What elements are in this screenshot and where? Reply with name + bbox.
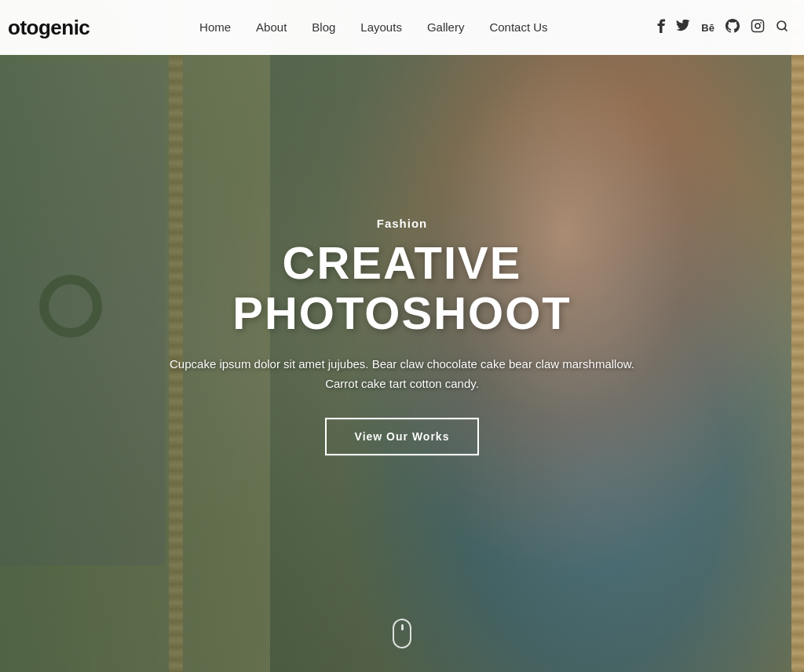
site-logo[interactable]: otogenic <box>8 16 90 40</box>
hero-title: CREATIVE PHOTOSHOOT <box>166 238 638 338</box>
navbar: otogenic Home About Blog Layouts Gallery… <box>0 0 804 55</box>
wreath-decoration <box>39 275 102 338</box>
twitter-icon[interactable] <box>676 20 690 35</box>
nav-item-home[interactable]: Home <box>199 20 231 35</box>
nav-link-home[interactable]: Home <box>199 20 231 34</box>
scroll-indicator <box>393 619 411 648</box>
search-icon[interactable] <box>776 20 788 35</box>
svg-rect-0 <box>751 20 763 32</box>
instagram-icon[interactable] <box>751 19 765 36</box>
nav-link-about[interactable]: About <box>256 20 287 34</box>
nav-item-gallery[interactable]: Gallery <box>427 20 465 35</box>
nav-item-contact[interactable]: Contact Us <box>489 20 547 35</box>
nav-item-layouts[interactable]: Layouts <box>360 20 402 35</box>
hero-section: Fashion CREATIVE PHOTOSHOOT Cupcake ipsu… <box>0 0 804 672</box>
scroll-mouse-icon <box>393 619 411 648</box>
scroll-dot <box>401 624 404 630</box>
nav-item-blog[interactable]: Blog <box>312 20 335 35</box>
view-works-button[interactable]: View Our Works <box>325 418 480 455</box>
github-icon[interactable] <box>725 19 740 36</box>
nav-link-blog[interactable]: Blog <box>312 20 335 34</box>
svg-line-4 <box>784 28 787 31</box>
nav-link-contact[interactable]: Contact Us <box>489 20 547 34</box>
hero-category: Fashion <box>166 217 638 230</box>
nav-item-about[interactable]: About <box>256 20 287 35</box>
facebook-icon[interactable] <box>657 19 665 36</box>
hero-description: Cupcake ipsum dolor sit amet jujubes. Be… <box>166 354 638 394</box>
rope-right <box>791 0 804 672</box>
svg-point-2 <box>760 22 762 24</box>
logo-text: otogenic <box>8 16 90 39</box>
hero-content: Fashion CREATIVE PHOTOSHOOT Cupcake ipsu… <box>166 217 638 455</box>
nav-link-layouts[interactable]: Layouts <box>360 20 402 34</box>
nav-link-gallery[interactable]: Gallery <box>427 20 465 34</box>
behance-icon[interactable]: Bē <box>701 22 714 34</box>
social-icons: Bē <box>657 19 788 36</box>
nav-links: Home About Blog Layouts Gallery Contact … <box>199 20 548 35</box>
svg-point-1 <box>755 24 760 28</box>
